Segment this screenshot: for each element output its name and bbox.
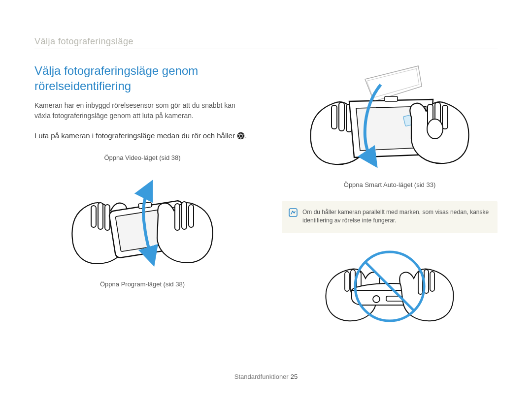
instruction-pre: Luta på kameran i fotograferingsläge med… — [34, 131, 237, 140]
intro-paragraph: Kameran har en inbyggd rörelsesensor som… — [34, 100, 250, 121]
note-text: Om du håller kameran parallellt med mark… — [302, 208, 490, 225]
svg-point-3 — [243, 134, 244, 135]
svg-rect-16 — [175, 204, 180, 230]
svg-rect-15 — [182, 202, 187, 229]
svg-rect-18 — [339, 102, 344, 131]
svg-rect-22 — [442, 105, 448, 129]
svg-rect-17 — [332, 105, 337, 129]
caption-program-mode: Öppna Program-läget (sid 38) — [100, 280, 185, 288]
svg-point-5 — [240, 138, 241, 139]
svg-rect-27 — [345, 272, 349, 291]
svg-point-4 — [243, 137, 244, 138]
svg-point-31 — [373, 296, 380, 303]
tilt-forward-illustration — [306, 63, 473, 178]
note-box: Om du håller kameran parallellt med mark… — [282, 201, 498, 233]
caption-smart-auto: Öppna Smart Auto-läget (sid 33) — [344, 181, 435, 188]
svg-rect-9 — [98, 203, 103, 229]
svg-rect-20 — [385, 96, 398, 101]
parallel-hold-illustration — [282, 242, 498, 326]
svg-rect-33 — [430, 272, 434, 291]
right-figure-block: Öppna Smart Auto-läget (sid 33) — [282, 63, 498, 188]
caption-video-mode: Öppna Video-läget (sid 38) — [104, 154, 180, 161]
right-column: Öppna Smart Auto-läget (sid 33) Om du hå… — [282, 63, 498, 326]
instruction-text: Luta på kameran i fotograferingsläge med… — [34, 130, 250, 142]
svg-point-7 — [238, 134, 239, 135]
svg-rect-8 — [91, 206, 96, 227]
left-figure-block: Öppna Video-läget (sid 38) — [34, 154, 250, 288]
footer-section-label: Standardfunktioner — [234, 373, 289, 380]
svg-point-6 — [238, 137, 239, 138]
instruction-post: . — [245, 131, 247, 140]
divider — [34, 49, 498, 49]
content-columns: Välja fotograferingsläge genom rörelseid… — [34, 63, 498, 326]
section-heading: Välja fotograferingsläge genom rörelseid… — [34, 63, 250, 93]
svg-point-25 — [427, 119, 443, 139]
svg-point-2 — [240, 133, 241, 134]
svg-rect-14 — [189, 205, 194, 227]
left-column: Välja fotograferingsläge genom rörelseid… — [34, 63, 250, 326]
footer-page-number: 25 — [291, 373, 298, 380]
breadcrumb: Välja fotograferingsläge — [34, 36, 498, 47]
manual-page: Välja fotograferingsläge Välja fotografe… — [0, 0, 532, 401]
mode-dial-icon — [237, 132, 245, 140]
svg-rect-26 — [289, 209, 297, 216]
page-footer: Standardfunktioner25 — [0, 373, 532, 380]
tilt-vertical-illustration — [68, 170, 216, 276]
note-icon — [289, 208, 298, 225]
